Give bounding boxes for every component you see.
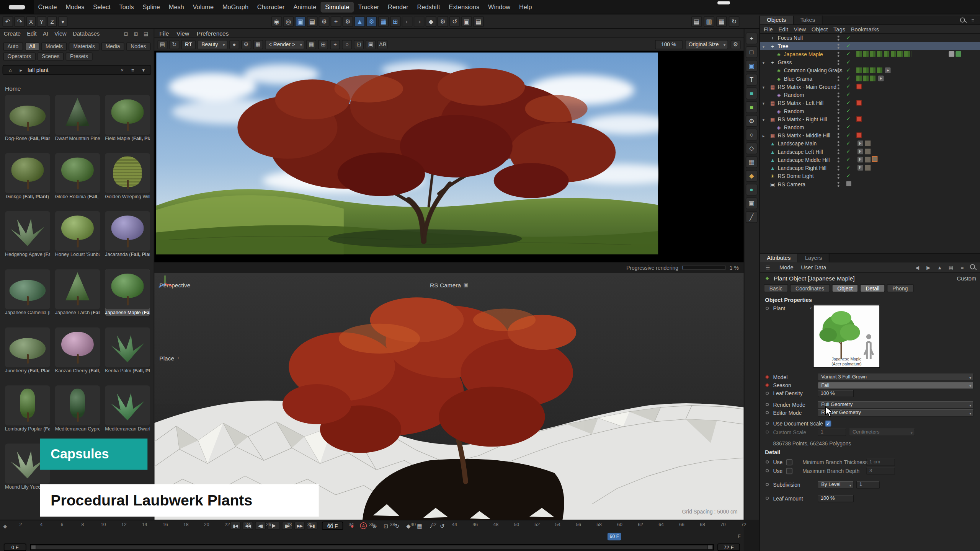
attribute-tab-pill[interactable]: Object [831, 284, 858, 292]
menu-item[interactable]: Volume [188, 2, 218, 12]
goto-start-button[interactable]: ▮◀ [230, 522, 241, 530]
menu-item[interactable]: Animate [289, 2, 321, 12]
asset-item[interactable]: Jacaranda (Fall, Plant) [105, 211, 150, 258]
save-image-icon[interactable]: ▤ [157, 40, 167, 49]
expand-icon[interactable]: › [810, 305, 812, 311]
interactive-render-icon[interactable]: ▣ [295, 16, 306, 27]
asset-search-bar[interactable]: ⌂ ▸ fall plant × ≡ ▾ [3, 65, 152, 75]
grid-overlay-icon[interactable]: ⊞ [318, 40, 328, 49]
refresh-render-icon[interactable]: ↻ [169, 40, 179, 49]
make-editable-icon[interactable]: ▣ [746, 60, 758, 72]
solo-mode-icon[interactable]: ● [746, 184, 758, 196]
mode-menu[interactable]: Mode [779, 264, 794, 271]
asset-thumbnail[interactable] [5, 153, 50, 193]
filter-icon[interactable]: ▤ [947, 264, 955, 271]
asset-item[interactable]: Kentia Palm (Fall, Plant) [105, 328, 150, 374]
layout-animate-icon[interactable]: ▥ [704, 16, 714, 27]
om-menu-item[interactable]: Tags [833, 26, 845, 32]
attributes-tab[interactable]: Layers [798, 254, 830, 262]
keyframe-scale-button[interactable]: ⊡ [381, 522, 390, 530]
workplane-lock-icon[interactable]: ◑ [414, 16, 425, 27]
filter-chip[interactable]: All [24, 42, 39, 51]
asset-item[interactable]: Juneberry (Fall, Plant) [5, 328, 50, 374]
om-menu-item[interactable]: View [794, 26, 806, 32]
om-menu-item[interactable]: File [764, 26, 773, 32]
workplane-icon[interactable]: ◐ [402, 16, 413, 27]
use-document-scale-checkbox[interactable] [825, 421, 831, 427]
mode-settings-icon[interactable]: ⚙ [746, 115, 758, 127]
current-frame-marker[interactable]: 60 F [608, 533, 621, 541]
asset-item[interactable]: Japanese Larch (Fall, ... [55, 269, 100, 316]
menu-item[interactable]: Mesh [164, 2, 188, 12]
render-view-icon[interactable]: ◉ [271, 16, 282, 27]
camera-label[interactable]: RS Camera▣ [430, 282, 468, 289]
forward-icon[interactable]: ▶ [924, 264, 933, 271]
asset-thumbnail[interactable] [55, 269, 100, 309]
rt-toggle[interactable]: RT [181, 40, 196, 49]
viewport[interactable]: Perspective RS Camera▣ Place+ Grid Spaci… [154, 273, 744, 520]
asset-item[interactable]: Honey Locust 'Sunbur... [55, 211, 100, 258]
filter-chip[interactable]: Materials [69, 42, 99, 51]
channels-icon[interactable]: ▦ [253, 40, 263, 49]
dynamics-icon[interactable]: ⚙ [438, 16, 448, 27]
render-view-menu-item[interactable]: Preferences [197, 30, 229, 37]
snap-icon[interactable]: ▦ [378, 16, 389, 27]
collection-chip[interactable]: Presets [66, 52, 93, 60]
pass-dropdown[interactable]: Beauty [198, 40, 227, 49]
menu-item[interactable]: Tracker [354, 2, 384, 12]
om-menu-item[interactable]: Bookmarks [851, 26, 879, 32]
anim-dot[interactable] [766, 392, 769, 395]
dock-icon[interactable]: ⊟ [122, 30, 130, 37]
menu-item[interactable]: Extensions [444, 2, 484, 12]
magnet-icon[interactable]: ◆ [426, 16, 436, 27]
model-mode-icon[interactable]: ■ [746, 88, 758, 99]
axis-mode-icon[interactable]: ◆ [746, 170, 758, 182]
mode-menu-icon[interactable]: ☰ [764, 264, 772, 271]
asset-item[interactable]: Lombardy Poplar (Fall... [5, 385, 50, 432]
size-dropdown[interactable]: Original Size [685, 40, 728, 49]
render-queue-icon[interactable]: ▤ [307, 16, 318, 27]
subdivision-field[interactable]: 1 [856, 481, 880, 489]
menu-item[interactable]: Modes [61, 2, 89, 12]
modeling-settings-icon[interactable]: ⚙ [343, 16, 353, 27]
attribute-tab-pill[interactable]: Coordinates [790, 284, 830, 292]
crosshair-icon[interactable]: + [330, 40, 340, 49]
asset-thumbnail[interactable] [55, 328, 100, 367]
anim-dot[interactable] [766, 460, 769, 463]
anim-dot[interactable] [766, 422, 769, 425]
asset-item[interactable]: Japanese Maple (Fall, ... [105, 269, 150, 316]
up-icon[interactable]: ▲ [936, 264, 944, 271]
panel-menu-icon[interactable]: ▤ [142, 30, 150, 37]
back-icon[interactable]: ◀ [913, 264, 921, 271]
texture-mode-icon[interactable]: T [746, 74, 758, 86]
simulate-play-icon[interactable]: ▲ [354, 16, 365, 27]
season-dropdown[interactable]: Fall [818, 382, 974, 390]
use-max-branch-checkbox[interactable] [786, 468, 792, 474]
edges-mode-icon[interactable]: ◇ [746, 142, 758, 154]
next-key-button[interactable]: ▶▶ [294, 522, 305, 530]
menu-item[interactable]: Render [384, 2, 413, 12]
y-axis-lock-button[interactable]: Y [37, 16, 46, 27]
range-start-field[interactable]: 0 F [4, 543, 26, 551]
filter-chip[interactable]: Models [41, 42, 67, 51]
grid-snap-icon[interactable]: ⊞ [390, 16, 401, 27]
subdivision-dropdown[interactable]: By Level [818, 481, 854, 489]
render-view-gear-icon[interactable]: ⚙ [241, 40, 251, 49]
keyframe-dot[interactable] [765, 375, 769, 380]
asset-item[interactable]: Japanese Camellia (Fal... [5, 269, 50, 316]
redo-icon[interactable]: ↷ [15, 16, 25, 27]
render-view-menu-item[interactable]: File [159, 30, 169, 37]
menu-item[interactable]: Select [89, 2, 115, 12]
anim-dot[interactable] [766, 411, 769, 414]
asset-item[interactable]: Globe Robinia (Fall, Pl... [55, 153, 100, 200]
capsule-icon[interactable]: ▣ [461, 16, 472, 27]
attributes-tab[interactable]: Attributes [760, 254, 798, 262]
sort-dropdown-icon[interactable]: ▾ [139, 66, 147, 74]
custom-dropdown[interactable]: Custom [957, 275, 977, 281]
layout-standard-icon[interactable]: ▤ [691, 16, 702, 27]
asset-thumbnail[interactable] [5, 385, 50, 425]
polygons-mode-icon[interactable]: ▦ [746, 156, 758, 168]
keyframe-dot[interactable] [765, 383, 769, 388]
asset-item[interactable]: Kanzan Cherry (Fall, Pl... [55, 328, 100, 374]
ab-compare-icon[interactable]: AB [378, 40, 388, 49]
